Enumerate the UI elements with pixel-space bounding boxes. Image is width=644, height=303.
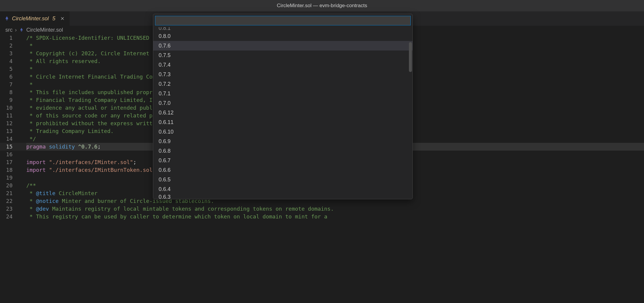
code-line[interactable]: * This registry can be used by caller to… [26, 213, 644, 221]
palette-item[interactable]: 0.7.6 [153, 41, 413, 51]
line-number: 15 [0, 143, 13, 151]
code-line[interactable]: * @dev Maintains registry of local minta… [26, 205, 644, 213]
breadcrumb-file[interactable]: CircleMinter.sol [26, 27, 63, 33]
palette-item[interactable]: 0.6.9 [153, 137, 413, 146]
line-number: 17 [0, 158, 13, 166]
line-number: 12 [0, 120, 13, 127]
palette-item[interactable]: 0.7.1 [153, 89, 413, 98]
palette-item[interactable]: 0.7.2 [153, 79, 413, 89]
line-number: 8 [0, 88, 13, 96]
tab-close-button[interactable] [59, 16, 65, 22]
line-number: 1 [0, 34, 13, 42]
palette-item[interactable]: 0.8.1 [153, 27, 413, 31]
line-number: 20 [0, 182, 13, 189]
palette-item[interactable]: 0.6.11 [153, 117, 413, 127]
tab-modified-badge: 5 [52, 16, 55, 22]
palette-item[interactable]: 0.6.3 [153, 194, 413, 199]
palette-item[interactable]: 0.6.6 [153, 165, 413, 175]
command-palette-list[interactable]: 0.8.10.8.00.7.60.7.50.7.40.7.30.7.20.7.1… [153, 27, 413, 199]
palette-item[interactable]: 0.8.0 [153, 31, 413, 41]
scrollbar-thumb[interactable] [409, 42, 412, 72]
command-palette-input[interactable] [155, 16, 411, 25]
window-title: CircleMinter.sol — evm-bridge-contracts [277, 3, 367, 9]
palette-item[interactable]: 0.6.4 [153, 184, 413, 194]
line-number: 2 [0, 42, 13, 50]
line-number: 11 [0, 112, 13, 120]
chevron-right-icon: › [15, 27, 17, 33]
palette-item[interactable]: 0.6.5 [153, 175, 413, 184]
palette-item[interactable]: 0.7.0 [153, 98, 413, 108]
solidity-file-icon [19, 27, 24, 32]
line-number: 18 [0, 166, 13, 174]
command-palette: 0.8.10.8.00.7.60.7.50.7.40.7.30.7.20.7.1… [153, 14, 413, 199]
breadcrumb-folder[interactable]: src [5, 27, 13, 33]
line-number: 4 [0, 57, 13, 65]
palette-item[interactable]: 0.7.3 [153, 70, 413, 79]
palette-item[interactable]: 0.6.8 [153, 146, 413, 156]
window-titlebar: CircleMinter.sol — evm-bridge-contracts [0, 0, 644, 11]
line-number: 23 [0, 205, 13, 213]
line-number: 10 [0, 104, 13, 112]
palette-item[interactable]: 0.6.12 [153, 108, 413, 117]
line-number: 9 [0, 96, 13, 104]
line-number-gutter: 123456789101112131415161718192021222324 [0, 34, 19, 303]
line-number: 16 [0, 151, 13, 158]
line-number: 3 [0, 50, 13, 57]
line-number: 13 [0, 127, 13, 135]
palette-item[interactable]: 0.7.4 [153, 60, 413, 70]
tab-circleminter[interactable]: CircleMinter.sol 5 [0, 11, 70, 26]
line-number: 19 [0, 174, 13, 182]
palette-item[interactable]: 0.7.5 [153, 51, 413, 60]
line-number: 22 [0, 197, 13, 205]
line-number: 24 [0, 213, 13, 221]
line-number: 21 [0, 189, 13, 197]
line-number: 7 [0, 81, 13, 88]
line-number: 5 [0, 65, 13, 73]
palette-item[interactable]: 0.6.7 [153, 156, 413, 165]
tab-filename: CircleMinter.sol [12, 16, 49, 22]
line-number: 6 [0, 73, 13, 81]
line-number: 14 [0, 135, 13, 143]
solidity-file-icon [4, 16, 10, 21]
palette-item[interactable]: 0.6.10 [153, 127, 413, 137]
